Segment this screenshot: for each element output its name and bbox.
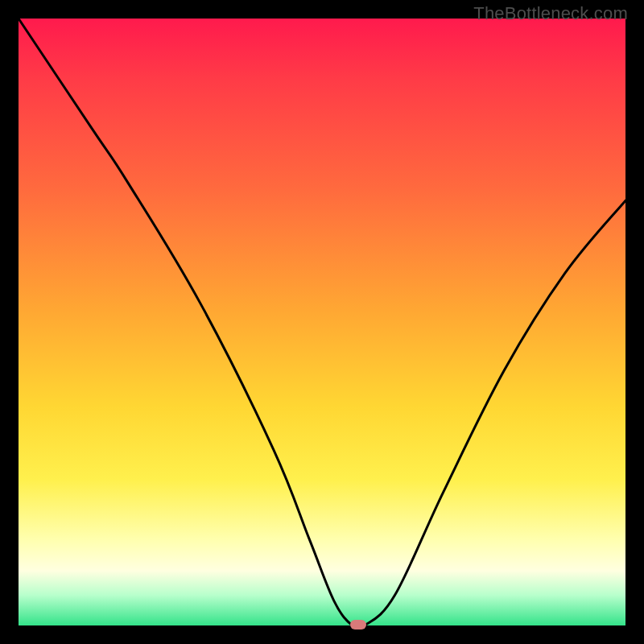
chart-frame: TheBottleneck.com — [0, 0, 644, 644]
chart-plot-area — [19, 19, 625, 625]
watermark-text: TheBottleneck.com — [473, 3, 628, 24]
optimal-point-marker — [350, 620, 366, 630]
bottleneck-curve — [19, 19, 625, 625]
